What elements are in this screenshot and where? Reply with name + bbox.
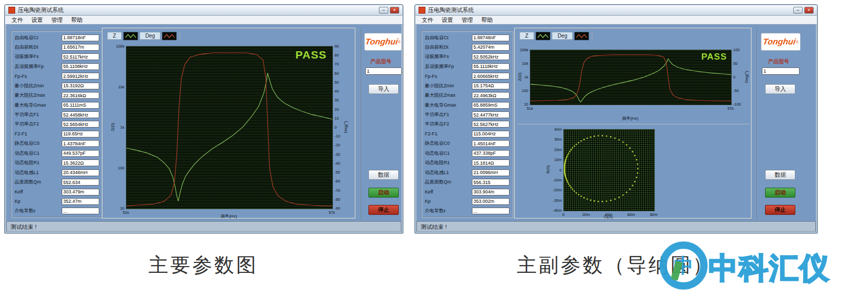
param-row: Kp	[425, 198, 510, 205]
param-value-input[interactable]	[62, 198, 99, 205]
start-button[interactable]: 启动	[368, 188, 399, 198]
param-value-input[interactable]	[472, 131, 510, 137]
admittance-point	[590, 200, 592, 201]
param-value-input[interactable]	[472, 92, 510, 99]
menu-settings[interactable]: 设置	[437, 16, 457, 25]
param-value-input[interactable]	[62, 208, 99, 214]
axis-tick-label: -40m	[553, 208, 562, 213]
close-button[interactable]	[390, 7, 399, 14]
param-label: Fp-Fs	[425, 74, 437, 79]
admittance-point	[566, 156, 568, 157]
param-value-input[interactable]	[62, 63, 99, 70]
param-value-input[interactable]	[62, 53, 99, 60]
param-value-input[interactable]	[62, 150, 99, 157]
param-value-input[interactable]	[472, 44, 510, 51]
deg-curve-icon[interactable]	[162, 32, 177, 40]
axis-tick-label: 10m	[554, 157, 562, 162]
param-value-input[interactable]	[62, 102, 99, 109]
menu-help[interactable]: 帮助	[477, 16, 497, 25]
plot-area	[126, 46, 333, 209]
param-value-input[interactable]	[62, 189, 99, 196]
param-value-input[interactable]	[472, 169, 510, 176]
title-bar[interactable]: 压电陶瓷测试系统	[415, 5, 817, 16]
param-value-input[interactable]	[472, 111, 510, 118]
param-value-input[interactable]	[62, 83, 99, 89]
param-value-input[interactable]	[62, 159, 99, 166]
param-label: 谐振频率Fs	[425, 53, 449, 60]
param-row: 最小阻抗Zmin	[15, 82, 99, 89]
admittance-point	[572, 189, 573, 190]
z-curve-icon[interactable]	[536, 32, 550, 40]
param-value-input[interactable]	[62, 140, 99, 147]
param-value-input[interactable]	[472, 73, 510, 79]
param-value-input[interactable]	[472, 53, 510, 60]
param-label: 自由损耗Dt	[425, 44, 448, 51]
param-value-input[interactable]	[472, 159, 510, 166]
menu-help[interactable]: 帮助	[67, 16, 87, 25]
param-value-input[interactable]	[472, 102, 510, 109]
axis-tick-label: -90	[334, 206, 340, 211]
stop-button[interactable]: 停止	[765, 205, 795, 215]
param-row: Kp	[15, 198, 99, 205]
legend-deg-tab[interactable]: Deg	[140, 32, 160, 40]
parameter-panel: 自由电容Ct自由损耗Dt谐振频率Fs反谐振频率FpFp-Fs最小阻抗Zmin最大…	[421, 31, 513, 218]
minimize-button[interactable]	[793, 7, 803, 14]
legend-z-tab[interactable]: Z	[519, 32, 534, 40]
menu-file[interactable]: 文件	[7, 16, 27, 25]
axis-tick-label: -80	[334, 197, 340, 201]
product-model-input[interactable]	[762, 67, 800, 75]
z-curve-icon[interactable]	[123, 32, 138, 40]
admittance-point	[567, 154, 569, 156]
close-button[interactable]	[804, 7, 814, 14]
param-value-input[interactable]	[472, 208, 510, 214]
param-value-input[interactable]	[472, 63, 510, 70]
menu-manage[interactable]: 管理	[457, 16, 477, 25]
param-value-input[interactable]	[472, 150, 510, 157]
admittance-point	[570, 149, 572, 151]
axis-label: Deg(°)	[343, 121, 348, 133]
param-value-input[interactable]	[62, 73, 99, 79]
param-value-input[interactable]	[62, 131, 99, 137]
admittance-point	[636, 159, 638, 160]
menu-settings[interactable]: 设置	[27, 16, 47, 25]
param-value-input[interactable]	[62, 44, 99, 51]
param-value-input[interactable]	[62, 92, 99, 99]
legend-deg-tab[interactable]: Deg	[552, 32, 573, 40]
param-label: Kp	[425, 199, 431, 204]
param-value-input[interactable]	[62, 169, 99, 176]
param-label: 动态电容C1	[425, 150, 450, 157]
param-row: 介电常数ε	[425, 208, 510, 215]
param-value-input[interactable]	[62, 111, 99, 118]
axis-tick-label: 80m	[650, 212, 658, 217]
import-button[interactable]: 导入	[765, 84, 795, 94]
param-value-input[interactable]	[472, 179, 510, 186]
param-value-input[interactable]	[472, 121, 510, 128]
admittance-point	[614, 199, 616, 200]
param-value-input[interactable]	[472, 189, 510, 196]
param-value-input[interactable]	[472, 83, 510, 89]
legend-z-tab[interactable]: Z	[107, 32, 122, 40]
param-value-input[interactable]	[472, 34, 510, 41]
start-button[interactable]: 启动	[765, 188, 795, 198]
param-value-input[interactable]	[472, 140, 510, 147]
data-button[interactable]: 数据	[368, 170, 399, 180]
deg-curve-icon[interactable]	[574, 32, 589, 40]
product-model-input[interactable]	[365, 67, 402, 75]
param-value-input[interactable]	[62, 179, 99, 186]
data-button[interactable]: 数据	[765, 170, 795, 180]
param-row: 半功率点F2	[15, 121, 99, 128]
stop-button[interactable]: 停止	[368, 205, 399, 215]
param-label: 半功率点F2	[15, 121, 39, 128]
admittance-point	[629, 189, 631, 190]
menu-file[interactable]: 文件	[418, 16, 437, 25]
param-value-input[interactable]	[472, 198, 510, 205]
minimize-button[interactable]	[379, 7, 388, 14]
menu-bar: 文件 设置 管理 帮助	[415, 16, 817, 25]
import-button[interactable]: 导入	[368, 84, 399, 94]
title-bar[interactable]: 压电陶瓷测试系统	[5, 5, 402, 16]
param-value-input[interactable]	[62, 34, 99, 41]
admittance-point	[632, 185, 633, 187]
param-row: 动态电容C1	[425, 150, 510, 157]
menu-manage[interactable]: 管理	[47, 16, 67, 25]
param-value-input[interactable]	[62, 121, 99, 128]
